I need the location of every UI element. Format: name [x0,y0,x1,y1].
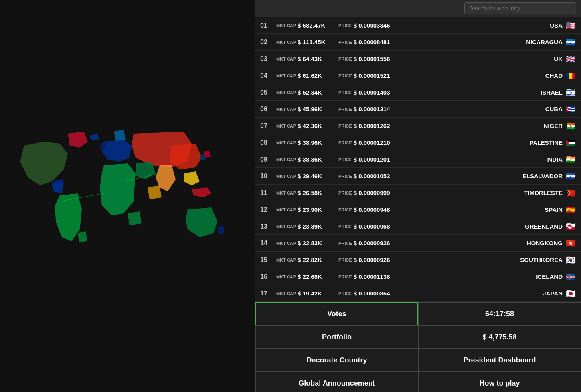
table-row[interactable]: 06 MKT CAP $ 45.96K PRICE $ 0.00001314 C… [255,101,581,118]
price-value: $ 0.00001403 [354,89,405,96]
country-flag: 🇨🇺 [565,104,576,114]
country-flag: 🇳🇪 [565,121,576,131]
country-name: JAPAN [405,290,563,297]
table-row[interactable]: 12 MKT CAP $ 23.90K PRICE $ 0.00000948 S… [255,201,581,218]
price-label: PRICE [338,73,352,78]
mkt-cap-label: MKT CAP [276,274,296,279]
portfolio-button[interactable]: Portfolio [255,325,418,349]
rank-number: 17 [260,290,276,297]
country-name: ISRAEL [405,89,563,96]
mkt-cap-label: MKT CAP [276,258,296,262]
country-flag: 🇳🇮 [565,37,576,47]
president-dashboard-label: President Dashboard [463,356,536,364]
table-row[interactable]: 03 MKT CAP $ 64.43K PRICE $ 0.00001556 U… [255,51,581,67]
mkt-cap-value: $ 64.43K [298,55,334,62]
price-label: PRICE [338,140,352,145]
decorate-country-label: Decorate Country [306,356,367,364]
country-name: PALESTINE [405,139,563,146]
price-value: $ 0.00000854 [354,290,405,297]
price-label: PRICE [338,57,352,61]
table-row[interactable]: 07 MKT CAP $ 42.36K PRICE $ 0.00001262 N… [255,118,581,134]
price-value: $ 0.00001052 [354,173,405,179]
mkt-cap-value: $ 61.62K [298,72,334,79]
table-row[interactable]: 09 MKT CAP $ 38.36K PRICE $ 0.00001201 I… [255,151,581,168]
mkt-cap-label: MKT CAP [276,107,296,112]
price-value: $ 0.00000968 [354,223,405,230]
country-name: SOUTHKOREA [405,256,563,263]
table-row[interactable]: 15 MKT CAP $ 22.82K PRICE $ 0.00000926 S… [255,252,581,268]
table-row[interactable]: 05 MKT CAP $ 52.34K PRICE $ 0.00001403 I… [255,84,581,101]
mkt-cap-label: MKT CAP [276,124,296,128]
price-value: $ 0.00001210 [354,139,405,146]
price-value: $ 0.00000999 [354,189,405,196]
mkt-cap-label: MKT CAP [276,23,296,28]
mkt-cap-label: MKT CAP [276,73,296,78]
global-announcement-button[interactable]: Global Announcement [255,372,418,392]
country-name: SPAIN [405,206,563,213]
country-flag: 🇮🇸 [565,272,576,282]
mkt-cap-value: $ 38.36K [298,156,334,163]
table-row[interactable]: 16 MKT CAP $ 22.68K PRICE $ 0.00001138 I… [255,268,581,285]
mkt-cap-value: $ 52.34K [298,89,334,96]
country-name: TIMORLESTE [405,189,563,196]
country-name: ICELAND [405,273,563,280]
rank-number: 11 [260,189,276,197]
mkt-cap-value: $ 19.42K [298,290,334,297]
rank-number: 06 [260,106,276,113]
mkt-cap-value: $ 682.47K [298,22,334,29]
votes-timer: 64:17:58 [418,302,581,325]
mkt-cap-label: MKT CAP [276,174,296,179]
table-row[interactable]: 14 MKT CAP $ 22.83K PRICE $ 0.00000926 H… [255,235,581,252]
votes-button[interactable]: Votes [255,302,418,325]
country-flag: 🇪🇸 [565,205,576,215]
mkt-cap-value: $ 22.82K [298,256,334,263]
mkt-cap-value: $ 23.89K [298,223,334,230]
price-value: $ 0.00000926 [354,240,405,246]
president-dashboard-button[interactable]: President Dashboard [418,349,581,372]
country-flag: 🇮🇱 [565,88,576,97]
table-row[interactable]: 10 MKT CAP $ 29.46K PRICE $ 0.00001052 E… [255,168,581,185]
mkt-cap-label: MKT CAP [276,140,296,145]
price-value: $ 0.00001521 [354,72,405,79]
mkt-cap-value: $ 22.83K [298,240,334,246]
decorate-country-button[interactable]: Decorate Country [255,349,418,372]
rank-number: 08 [260,139,276,146]
price-label: PRICE [338,207,352,212]
table-row[interactable]: 13 MKT CAP $ 23.89K PRICE $ 0.00000968 G… [255,218,581,235]
table-row[interactable]: 04 MKT CAP $ 61.62K PRICE $ 0.00001521 C… [255,67,581,84]
map-section [0,0,255,392]
price-label: PRICE [338,157,352,162]
price-value: $ 0.00001262 [354,122,405,129]
price-label: PRICE [338,274,352,279]
country-flag: 🇬🇱 [565,222,576,231]
price-label: PRICE [338,291,352,296]
search-input[interactable] [464,2,576,14]
table-row[interactable]: 17 MKT CAP $ 19.42K PRICE $ 0.00000854 J… [255,285,581,302]
table-row[interactable]: 01 MKT CAP $ 682.47K PRICE $ 0.00003346 … [255,17,581,34]
table-row[interactable]: 02 MKT CAP $ 111.45K PRICE $ 0.00008481 … [255,34,581,51]
country-name: HONGKONG [405,240,563,246]
mkt-cap-label: MKT CAP [276,224,296,229]
leaderboard: 01 MKT CAP $ 682.47K PRICE $ 0.00003346 … [255,17,581,302]
mkt-cap-label: MKT CAP [276,40,296,45]
table-row[interactable]: 11 MKT CAP $ 26.58K PRICE $ 0.00000999 T… [255,185,581,201]
how-to-play-button[interactable]: How to play [418,372,581,392]
rank-number: 13 [260,223,276,230]
rank-number: 05 [260,89,276,96]
global-announcement-label: Global Announcement [298,379,375,388]
mkt-cap-label: MKT CAP [276,57,296,61]
table-row[interactable]: 08 MKT CAP $ 38.96K PRICE $ 0.00001210 P… [255,134,581,151]
country-name: ELSALVADOR [405,173,563,179]
country-flag: 🇹🇱 [565,188,576,198]
country-flag: 🇰🇷 [565,255,576,265]
country-flag: 🇮🇳 [565,155,576,164]
mkt-cap-value: $ 42.36K [298,122,334,129]
rank-number: 09 [260,156,276,163]
mkt-cap-label: MKT CAP [276,291,296,296]
price-value: $ 0.00008481 [354,39,405,45]
price-value: $ 0.00003346 [354,22,405,29]
rank-number: 01 [260,22,276,29]
country-flag: 🇭🇰 [565,238,576,248]
rank-number: 16 [260,273,276,280]
rank-number: 14 [260,240,276,247]
